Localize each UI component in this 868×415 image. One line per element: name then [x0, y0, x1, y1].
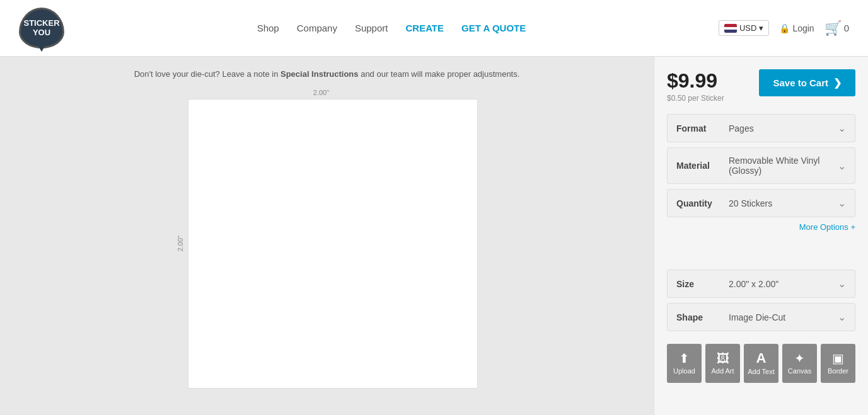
format-dropdown[interactable]: Format Pages ⌄ — [667, 114, 855, 142]
instruction-suffix: and our team will make proper adjustment… — [361, 69, 519, 79]
add-art-icon: 🖼 — [717, 352, 729, 365]
currency-label: USD — [739, 23, 756, 33]
nav-company[interactable]: Company — [297, 23, 337, 33]
login-label: Login — [792, 23, 814, 33]
logo-line1: STICKER — [23, 19, 59, 28]
right-panel: $9.99 $0.50 per Sticker Save to Cart ❯ F… — [654, 57, 868, 415]
nav-support[interactable]: Support — [355, 23, 388, 33]
format-value: Pages — [724, 123, 838, 134]
canvas-button[interactable]: ✦ Canvas — [782, 344, 817, 383]
instruction-middle: Leave a note in — [222, 69, 281, 79]
instructions-bar: Don't love your die-cut? Leave a note in… — [107, 69, 548, 79]
material-value: Removable White Vinyl (Glossy) — [724, 156, 838, 176]
price-area: $9.99 $0.50 per Sticker Save to Cart ❯ — [667, 69, 855, 103]
price-block: $9.99 $0.50 per Sticker — [667, 69, 724, 103]
nav-right: USD ▾ 🔒 Login 🛒 0 — [719, 20, 849, 37]
cart-area[interactable]: 🛒 0 — [825, 20, 849, 37]
format-label: Format — [676, 123, 724, 134]
nav-shop[interactable]: Shop — [257, 23, 279, 33]
save-to-cart-button[interactable]: Save to Cart ❯ — [759, 69, 855, 96]
upload-button[interactable]: ⬆ Upload — [667, 344, 702, 383]
size-label: Size — [676, 279, 724, 289]
add-art-button[interactable]: 🖼 Add Art — [705, 344, 740, 383]
add-text-icon: A — [756, 351, 767, 365]
canvas-area: 2.00" 2.00" — [176, 89, 478, 389]
upload-label: Upload — [673, 367, 695, 375]
shape-value: Image Die-Cut — [724, 312, 838, 322]
currency-selector[interactable]: USD ▾ — [719, 20, 769, 36]
canvas-label: Canvas — [788, 367, 811, 375]
cart-count: 0 — [844, 23, 849, 33]
cart-icon: 🛒 — [825, 20, 842, 37]
instruction-special: Special Instructions — [281, 69, 359, 79]
lock-icon: 🔒 — [779, 23, 790, 33]
bottom-toolbar: ⬆ Upload 🖼 Add Art A Add Text ✦ Canvas ▣… — [667, 344, 855, 383]
add-text-button[interactable]: A Add Text — [744, 344, 778, 383]
material-label: Material — [676, 161, 724, 171]
shape-label: Shape — [676, 312, 724, 322]
save-cart-chevron: ❯ — [833, 77, 842, 89]
format-chevron: ⌄ — [838, 122, 846, 134]
logo-line2: YOU — [33, 28, 50, 37]
quantity-chevron: ⌄ — [838, 197, 846, 209]
logo: STICKER YOU — [19, 8, 64, 48]
size-dropdown[interactable]: Size 2.00" x 2.00" ⌄ — [667, 270, 855, 298]
currency-chevron: ▾ — [759, 23, 763, 33]
flag-icon — [724, 24, 737, 33]
dimension-top: 2.00" — [176, 89, 466, 96]
logo-area: STICKER YOU — [19, 8, 64, 48]
login-link[interactable]: 🔒 Login — [779, 23, 814, 33]
left-panel: Don't love your die-cut? Leave a note in… — [0, 57, 654, 415]
material-dropdown[interactable]: Material Removable White Vinyl (Glossy) … — [667, 147, 855, 184]
size-value: 2.00" x 2.00" — [724, 279, 838, 289]
quantity-dropdown[interactable]: Quantity 20 Stickers ⌄ — [667, 189, 855, 217]
add-art-label: Add Art — [711, 367, 734, 375]
instruction-prefix: Don't love your die-cut? — [134, 69, 220, 79]
main-nav: Shop Company Support CREATE GET A QUOTE — [257, 23, 526, 33]
more-options-link[interactable]: More Options + — [667, 222, 855, 232]
dimension-left: 2.00" — [176, 236, 184, 251]
sticker-canvas[interactable] — [188, 99, 478, 389]
save-cart-label: Save to Cart — [773, 77, 828, 88]
quantity-value: 20 Stickers — [724, 198, 838, 208]
canvas-row: 2.00" — [176, 99, 478, 389]
canvas-icon: ✦ — [794, 352, 805, 365]
main-content: Don't love your die-cut? Leave a note in… — [0, 57, 868, 415]
material-chevron: ⌄ — [838, 160, 846, 172]
border-button[interactable]: ▣ Border — [821, 344, 855, 383]
nav-create[interactable]: CREATE — [405, 23, 444, 33]
upload-icon: ⬆ — [679, 352, 690, 365]
quantity-label: Quantity — [676, 198, 724, 208]
add-text-label: Add Text — [748, 368, 775, 375]
price-main: $9.99 — [667, 69, 724, 93]
size-chevron: ⌄ — [838, 278, 846, 290]
border-icon: ▣ — [832, 352, 844, 365]
header: STICKER YOU Shop Company Support CREATE … — [0, 0, 868, 57]
border-label: Border — [828, 367, 848, 375]
price-per: $0.50 per Sticker — [667, 94, 724, 103]
shape-chevron: ⌄ — [838, 311, 846, 323]
shape-dropdown[interactable]: Shape Image Die-Cut ⌄ — [667, 303, 855, 331]
more-options-label: More Options + — [799, 222, 855, 232]
nav-get-a-quote[interactable]: GET A QUOTE — [461, 23, 526, 33]
